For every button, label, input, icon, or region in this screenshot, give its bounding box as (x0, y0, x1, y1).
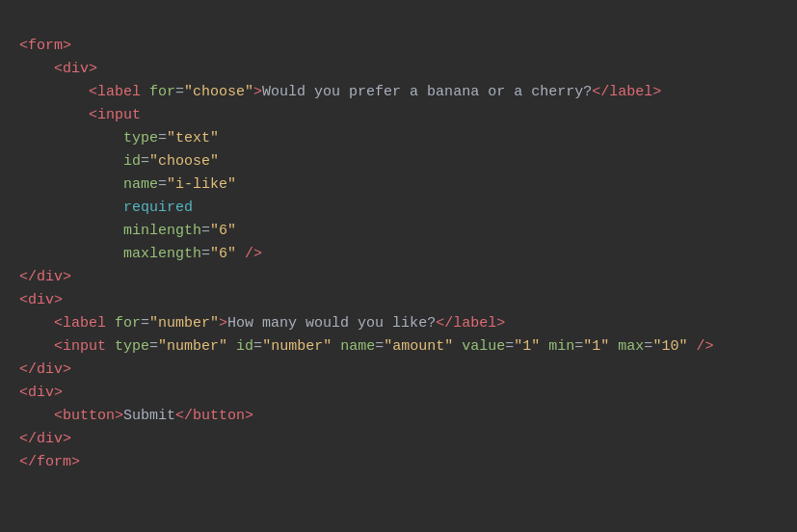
code-token: "10" (652, 338, 687, 355)
code-line: <input (19, 104, 778, 127)
code-line: </div> (19, 266, 778, 289)
code-editor: <form> <div> <label for="choose">Would y… (19, 12, 778, 474)
code-line: <div> (19, 289, 778, 312)
code-token: min (548, 338, 574, 355)
code-line: maxlength="6" /> (19, 243, 778, 266)
code-token: <label (54, 315, 115, 332)
code-token: /> (687, 338, 713, 355)
code-token: "1" (514, 338, 540, 355)
code-token: max (618, 338, 644, 355)
code-line: <div> (19, 58, 778, 81)
code-token: </div> (19, 269, 71, 285)
code-token (540, 338, 548, 355)
code-token: </div> (19, 431, 71, 447)
code-line: <label for="number">How many would you l… (19, 312, 778, 335)
code-token: id (236, 338, 253, 355)
code-token (609, 338, 618, 355)
code-line: <div> (19, 382, 778, 405)
code-line: <button>Submit</button> (19, 405, 778, 428)
code-line: <form> (19, 35, 778, 58)
code-token: = (141, 315, 149, 332)
code-line: name="i-like" (19, 173, 778, 197)
code-token: = (574, 338, 583, 355)
code-line: </div> (19, 428, 778, 451)
code-token: Would you prefer a banana or a cherry? (262, 84, 592, 100)
code-token: "amount" (384, 338, 453, 355)
code-token: "number" (149, 315, 219, 332)
code-token: name (123, 176, 158, 193)
code-token: </form> (19, 454, 80, 470)
code-token: </label> (436, 315, 505, 332)
code-token: "number" (158, 338, 227, 355)
code-token: "choose" (149, 153, 219, 170)
code-token: required (123, 200, 193, 216)
code-token: "6" (210, 246, 236, 262)
code-token: minlength (123, 223, 201, 239)
code-token: name (340, 338, 375, 355)
code-token: "choose" (184, 84, 253, 100)
code-token: type (115, 338, 149, 355)
code-token (227, 338, 236, 355)
code-token: <div> (19, 292, 63, 308)
code-line: </div> (19, 359, 778, 382)
code-token: <form> (19, 38, 71, 54)
code-token: value (462, 338, 505, 355)
code-token: <button> (54, 408, 123, 424)
code-token: "1" (583, 338, 609, 355)
code-token: = (158, 130, 167, 146)
code-token: <input (54, 338, 115, 355)
code-token: = (175, 84, 184, 100)
code-line: id="choose" (19, 150, 778, 173)
code-token: </div> (19, 361, 71, 378)
code-token: How many would you like? (227, 315, 436, 332)
code-token (453, 338, 462, 355)
code-line: <label for="choose">Would you prefer a b… (19, 81, 778, 104)
code-token: maxlength (123, 246, 201, 262)
code-token: <div> (19, 385, 63, 401)
code-token: </label> (592, 84, 661, 100)
code-token: = (253, 338, 262, 355)
code-token: <input (89, 107, 141, 123)
code-token: type (123, 130, 158, 146)
code-token: Submit (123, 408, 175, 424)
code-token: </button> (175, 408, 253, 424)
code-token: = (149, 338, 158, 355)
code-line: <input type="number" id="number" name="a… (19, 335, 778, 359)
code-token: = (375, 338, 384, 355)
code-token: <div> (54, 61, 97, 77)
code-token: "number" (262, 338, 332, 355)
code-token (332, 338, 340, 355)
code-token: for (149, 84, 175, 100)
code-token: for (115, 315, 141, 332)
code-token: /> (236, 246, 262, 262)
code-token: "text" (167, 130, 219, 146)
code-token: = (505, 338, 514, 355)
code-line: required (19, 197, 778, 220)
code-token: = (201, 223, 210, 239)
code-token: id (123, 153, 141, 170)
code-token: = (158, 176, 167, 193)
code-token: "i-like" (167, 176, 236, 193)
code-line: minlength="6" (19, 220, 778, 243)
code-token: = (141, 153, 149, 170)
code-token: > (219, 315, 227, 332)
code-line: type="text" (19, 127, 778, 150)
code-token: = (201, 246, 210, 262)
code-token: <label (89, 84, 149, 100)
code-line: </form> (19, 451, 778, 474)
code-token: > (253, 84, 262, 100)
code-token: "6" (210, 223, 236, 239)
